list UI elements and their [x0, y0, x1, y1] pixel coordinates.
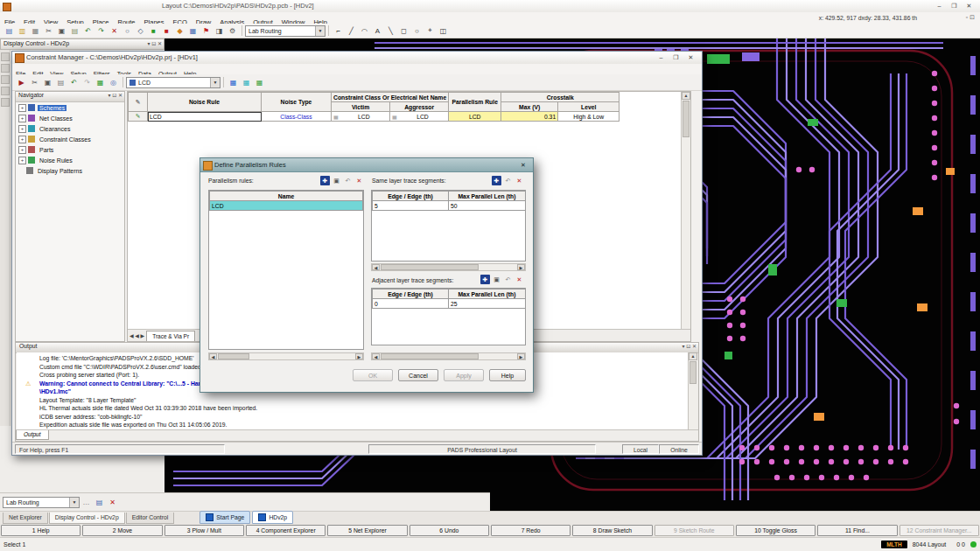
text-tool-icon[interactable]: A: [372, 25, 383, 37]
scrollbar-thumb[interactable]: [690, 361, 696, 384]
adjacent-edge-value[interactable]: 0: [373, 299, 449, 309]
fkey-button[interactable]: 8 Draw Sketch: [572, 525, 652, 536]
redo-icon[interactable]: ↷: [81, 77, 93, 88]
display-control-header[interactable]: Display Control - HDv2p ▾ ⊡ ✕: [0, 38, 164, 50]
col-header-crosstalk[interactable]: Crosstalk: [501, 93, 620, 102]
fkey-button[interactable]: 2 Move: [82, 525, 162, 536]
panel-tab-editor-control[interactable]: Editor Control: [126, 513, 175, 524]
col-header-constraint-class[interactable]: Constraint Class Or Electrical Net Name: [332, 93, 449, 102]
fkey-button[interactable]: 3 Plow / Mult: [164, 525, 244, 536]
select-mode-icon[interactable]: ⌐: [332, 25, 344, 37]
col-header-noise-rule[interactable]: Noise Rule: [148, 93, 262, 112]
nav-item-parts[interactable]: + Parts: [16, 144, 124, 155]
display-cyan-icon[interactable]: ▦: [241, 77, 252, 88]
fkey-button[interactable]: 4 Component Explorer: [246, 525, 326, 536]
save-icon[interactable]: ▤: [4, 25, 15, 37]
display-icon[interactable]: ◨: [214, 25, 225, 37]
undo-icon[interactable]: ↶: [82, 25, 94, 37]
undo-same-segment-icon[interactable]: ↶: [503, 176, 513, 185]
delete-scheme-icon[interactable]: ✕: [107, 497, 118, 508]
undo-adjacent-segment-icon[interactable]: ↶: [503, 275, 513, 284]
scroll-left-icon[interactable]: ◀: [209, 353, 217, 359]
origin-tool-icon[interactable]: ⌖: [424, 25, 436, 37]
menubar-corner-icons[interactable]: ▫ ⊡: [966, 14, 975, 21]
rules-horizontal-scrollbar[interactable]: ◀ ▶: [208, 352, 364, 360]
fkey-button[interactable]: 6 Undo: [410, 525, 489, 536]
zoom-select-icon[interactable]: ◎: [108, 77, 119, 88]
paste-icon[interactable]: ▤: [69, 25, 80, 37]
redo-icon[interactable]: ↷: [95, 25, 107, 37]
cm-maximize-button[interactable]: ❐: [668, 52, 683, 63]
scroll-up-icon[interactable]: ▲: [682, 92, 690, 100]
copy-adjacent-segment-icon[interactable]: ▣: [492, 275, 501, 284]
panel-header-icons[interactable]: ▾ ⊡ ✕: [682, 343, 696, 349]
panel-tab-net-explorer[interactable]: Net Explorer: [3, 513, 48, 524]
dock-tool-icon[interactable]: [1, 87, 10, 95]
nav-item-constraint-classes[interactable]: + Constraint Classes: [16, 134, 124, 144]
drc-icon[interactable]: ⚑: [200, 25, 212, 37]
cell-aggressor[interactable]: ▦LCD: [390, 112, 449, 122]
dock-tool-icon[interactable]: [1, 98, 10, 107]
scroll-right-icon[interactable]: ▶: [517, 353, 525, 359]
help-button[interactable]: Help: [489, 369, 526, 381]
col-header-parallelism-rule[interactable]: Parallelism Rule: [449, 93, 501, 112]
draw-rect-icon[interactable]: ◻: [398, 25, 410, 37]
delete-icon[interactable]: ✕: [108, 25, 120, 37]
nav-item-schemes[interactable]: + Schemes: [16, 102, 124, 113]
grid-vertical-scrollbar[interactable]: ▲: [681, 92, 690, 331]
cell-max-v[interactable]: 0.31: [501, 112, 558, 122]
same-layer-horizontal-scrollbar[interactable]: ◀ ▶: [371, 263, 526, 271]
cell-noise-rule[interactable]: LCD: [148, 112, 262, 122]
display-green-icon[interactable]: ▦: [254, 77, 265, 88]
navigator-header[interactable]: Navigator ▾ ⊡ ✕: [16, 92, 124, 102]
cm-minimize-button[interactable]: –: [654, 52, 668, 63]
draw-arc-icon[interactable]: ◠: [359, 25, 370, 37]
cell-victim[interactable]: ▦LCD: [332, 112, 390, 122]
pad-tool-icon[interactable]: ◫: [438, 25, 449, 37]
more-options-icon[interactable]: …: [80, 497, 92, 508]
adjacent-layer-row[interactable]: 0 25: [373, 299, 526, 309]
doc-tab-hdv2p[interactable]: HDv2p: [252, 511, 293, 524]
cut-icon[interactable]: ✂: [43, 25, 54, 37]
same-len-value[interactable]: 50: [449, 201, 526, 211]
col-header-aggressor[interactable]: Aggressor: [390, 102, 449, 112]
nav-item-display-patterns[interactable]: Display Patterns: [16, 165, 124, 176]
scroll-right-icon[interactable]: ▶: [355, 353, 363, 359]
minimize-button[interactable]: –: [932, 0, 947, 11]
fkey-button[interactable]: 7 Redo: [491, 525, 570, 536]
nav-item-noise-rules[interactable]: + Noise Rules: [16, 155, 124, 165]
cell-noise-type[interactable]: Class-Class: [262, 112, 332, 122]
apply-button[interactable]: Apply: [444, 369, 484, 381]
col-header-edge-edge[interactable]: Edge / Edge (th): [373, 192, 449, 201]
expander-icon[interactable]: +: [18, 115, 26, 122]
panel-header-icons[interactable]: ▾ ⊡ ✕: [148, 40, 162, 46]
draw-circle-icon[interactable]: ○: [411, 25, 423, 37]
scrollbar-thumb[interactable]: [682, 101, 690, 137]
scroll-right-icon[interactable]: ▶: [517, 264, 525, 270]
print-icon[interactable]: ▦: [30, 25, 41, 37]
output-tab[interactable]: Output: [16, 430, 49, 440]
expander-icon[interactable]: +: [18, 104, 26, 112]
fkey-button[interactable]: 5 Net Explorer: [327, 525, 407, 536]
sheet-nav-icons[interactable]: ◀ ◀ ▶: [130, 332, 144, 338]
col-header-name[interactable]: Name: [210, 192, 363, 201]
adjacent-len-value[interactable]: 25: [449, 299, 526, 309]
draw-line-icon[interactable]: ╱: [346, 25, 357, 37]
nav-item-clearances[interactable]: + Clearances: [16, 123, 124, 134]
doc-tab-start-page[interactable]: Start Page: [200, 511, 250, 524]
cm-close-button[interactable]: ✕: [683, 52, 698, 63]
copy-rule-icon[interactable]: ▣: [332, 176, 341, 185]
chevron-down-icon[interactable]: ▼: [210, 78, 220, 87]
panel-header-icons[interactable]: ▾ ⊡ ✕: [108, 92, 122, 98]
expander-icon[interactable]: +: [18, 125, 26, 133]
options-icon[interactable]: ⚙: [227, 25, 238, 37]
delete-same-segment-icon[interactable]: ✕: [514, 176, 524, 185]
col-header-max-parallel-len[interactable]: Max Parallel Len (th): [449, 289, 526, 299]
constraint-manager-titlebar[interactable]: Constraint Manager - C:\Demos\HDv2p\HDv2…: [12, 52, 702, 65]
paste-icon[interactable]: ▤: [55, 77, 66, 88]
import-icon[interactable]: ▶: [16, 77, 27, 88]
cm-filter-combo[interactable]: LCD ▼: [126, 77, 220, 88]
display-blue-icon[interactable]: ▦: [228, 77, 239, 88]
add-adjacent-segment-icon[interactable]: ✚: [480, 275, 490, 284]
bottom-scheme-combo[interactable]: Lab Routing ▼: [3, 497, 80, 508]
